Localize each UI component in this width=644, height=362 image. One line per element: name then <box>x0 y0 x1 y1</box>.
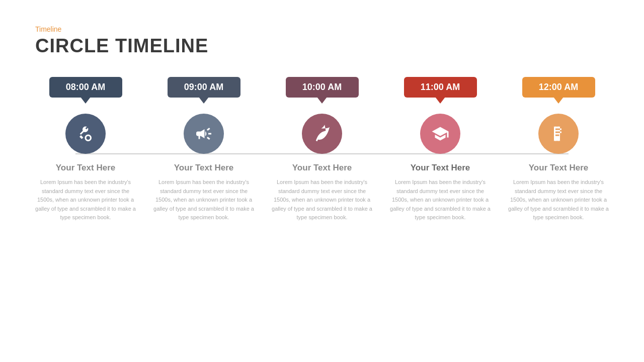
circle-icon-1 <box>65 114 106 154</box>
time-label-3: 10:00 AM <box>302 82 342 93</box>
timeline-item-3: 10:00 AM Your Text Here Lorem Ipsum has … <box>272 77 372 222</box>
circle-icon-2 <box>184 114 224 154</box>
circle-icon-3 <box>302 114 342 154</box>
item-title-1: Your Text Here <box>56 163 115 173</box>
timeline-item-1: 08:00 AM Your Text Here Lorem Ipsum has … <box>35 77 136 222</box>
leaf-icon <box>313 125 331 143</box>
time-bubble-2: 09:00 AM <box>168 77 240 98</box>
time-label-4: 11:00 AM <box>421 82 460 93</box>
timeline-container: 08:00 AM Your Text Here Lorem Ipsum has … <box>35 77 609 222</box>
header-title: CIRCLE TIMELINE <box>35 35 609 57</box>
header-label: Timeline <box>35 25 609 33</box>
time-bubble-5: 12:00 AM <box>522 77 595 98</box>
item-title-4: Your Text Here <box>411 163 470 173</box>
item-desc-2: Lorem Ipsum has been the industry's stan… <box>153 178 254 222</box>
time-bubble-3: 10:00 AM <box>286 77 359 98</box>
item-desc-5: Lorem Ipsum has been the industry's stan… <box>508 178 609 222</box>
time-label-2: 09:00 AM <box>184 82 223 93</box>
item-desc-4: Lorem Ipsum has been the industry's stan… <box>390 178 491 222</box>
timeline-item-2: 09:00 AM Your Text Here Lorem Ipsum has … <box>153 77 254 222</box>
time-label-1: 08:00 AM <box>66 82 105 93</box>
book-icon <box>549 125 568 143</box>
timeline-item-4: 11:00 AM Your Text Here Lorem Ipsum has … <box>390 77 491 222</box>
header: Timeline CIRCLE TIMELINE <box>35 25 609 57</box>
time-bubble-1: 08:00 AM <box>49 77 122 98</box>
item-title-5: Your Text Here <box>529 163 588 173</box>
circle-icon-4 <box>420 114 460 154</box>
tools-icon <box>76 125 95 143</box>
megaphone-icon <box>195 125 213 143</box>
graduation-icon <box>431 125 449 143</box>
time-bubble-4: 11:00 AM <box>404 77 477 98</box>
page: Timeline CIRCLE TIMELINE 08:00 AM Your T… <box>0 0 644 362</box>
item-desc-3: Lorem Ipsum has been the industry's stan… <box>272 178 372 222</box>
item-title-2: Your Text Here <box>174 163 233 173</box>
item-desc-1: Lorem Ipsum has been the industry's stan… <box>35 178 136 222</box>
circle-icon-5 <box>538 114 579 154</box>
item-title-3: Your Text Here <box>292 163 352 173</box>
time-label-5: 12:00 AM <box>539 82 578 93</box>
timeline-item-5: 12:00 AM Your Text Here Lorem Ipsum has … <box>508 77 609 222</box>
